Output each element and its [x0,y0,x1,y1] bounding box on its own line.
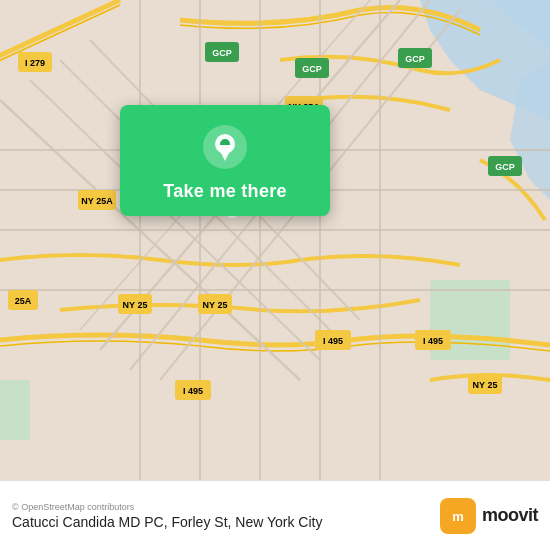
bottom-info: © OpenStreetMap contributors Catucci Can… [12,502,322,530]
svg-text:GCP: GCP [405,54,425,64]
svg-text:I 495: I 495 [323,336,343,346]
bottom-bar: © OpenStreetMap contributors Catucci Can… [0,480,550,550]
map-container: I 279 GCP GCP GCP NY 25A NY 25A NY 25 NY… [0,0,550,480]
location-card[interactable]: Take me there [120,105,330,216]
svg-text:NY 25: NY 25 [473,380,498,390]
take-me-there-button[interactable]: Take me there [163,181,287,202]
svg-text:I 495: I 495 [423,336,443,346]
svg-text:25A: 25A [15,296,32,306]
svg-text:GCP: GCP [495,162,515,172]
svg-text:NY 25: NY 25 [123,300,148,310]
svg-text:m: m [452,509,464,524]
svg-text:I 495: I 495 [183,386,203,396]
location-pin-icon [201,123,249,171]
map-svg: I 279 GCP GCP GCP NY 25A NY 25A NY 25 NY… [0,0,550,480]
svg-text:NY 25A: NY 25A [81,196,113,206]
moovit-icon: m [440,498,476,534]
svg-text:I 279: I 279 [25,58,45,68]
map-attribution: © OpenStreetMap contributors [12,502,322,512]
moovit-brand-icon: m [447,505,469,527]
location-name: Catucci Candida MD PC, Forley St, New Yo… [12,514,322,530]
svg-rect-5 [0,380,30,440]
moovit-text: moovit [482,505,538,526]
moovit-logo: m moovit [440,498,538,534]
svg-text:GCP: GCP [302,64,322,74]
svg-text:NY 25: NY 25 [203,300,228,310]
svg-text:GCP: GCP [212,48,232,58]
